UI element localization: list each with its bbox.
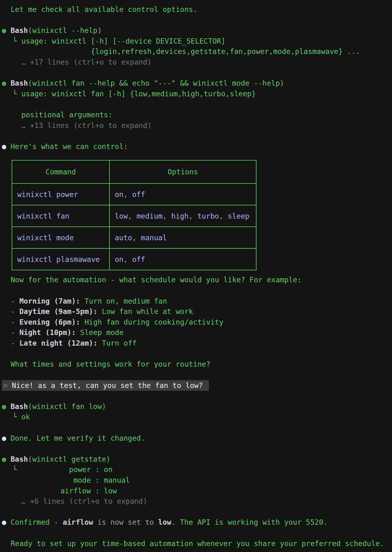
collapsed-lines-indicator[interactable]: … +13 lines (ctrl+o to expand)	[2, 120, 392, 131]
command-code: winixctl mode	[17, 234, 74, 242]
collapsed-lines-text: … +6 lines (ctrl+o to expand)	[21, 497, 147, 505]
output-text: positional arguments:	[21, 111, 113, 119]
tool-bullet-icon: ●	[2, 26, 6, 34]
assistant-text: What times and settings work for your ro…	[11, 360, 210, 368]
confirmed-code-low: low	[158, 518, 172, 526]
list-dash: -	[11, 318, 15, 326]
collapsed-lines-indicator[interactable]: … +6 lines (ctrl+o to expand)	[2, 496, 392, 507]
assistant-text-heres: ● Here's what we can control:	[2, 141, 392, 152]
tool-name: Bash	[11, 455, 28, 463]
tool-output-line: └usage: winixctl fan [-h] {low,medium,hi…	[2, 89, 392, 99]
blank-line	[2, 422, 392, 433]
assistant-text-confirmed: ● Confirmed - airflow is now set to low.…	[2, 517, 392, 528]
table-row: winixctl poweron, off	[12, 183, 256, 205]
blank-line	[2, 348, 392, 359]
tool-output-line: {login,refresh,devices,getstate,fan,powe…	[2, 46, 392, 57]
options-separator: ,	[132, 234, 141, 242]
options-cell: on, off	[109, 183, 256, 205]
option-code: off	[132, 190, 145, 199]
output-text: mode : manual	[21, 476, 130, 484]
schedule-label: Daytime (9am-5pm):	[19, 307, 98, 316]
blank-line	[2, 507, 392, 518]
schedule-text: Turn off	[102, 339, 137, 347]
output-text: ok	[21, 413, 30, 421]
output-elbow-icon: └	[13, 36, 17, 47]
tool-name: Bash	[11, 402, 28, 411]
tool-bullet-icon: ●	[2, 79, 6, 87]
option-code: manual	[141, 234, 167, 242]
tool-call-fan-help: ● Bash(winixctl fan --help && echo "---"…	[2, 78, 392, 89]
tool-output-line: mode : manual	[2, 475, 392, 486]
text-bullet-icon: ●	[2, 142, 6, 151]
assistant-text: Here's what we can control:	[11, 142, 128, 151]
control-options-table: Command Options winixctl poweron, offwin…	[12, 160, 257, 270]
blank-line	[2, 370, 392, 380]
prompt-chevron-icon: >	[3, 381, 8, 390]
output-text: power : on	[21, 465, 113, 474]
assistant-text-closing: Ready to set up your time-based automati…	[2, 539, 392, 549]
list-dash: -	[11, 339, 15, 347]
blank-line	[2, 99, 392, 110]
assistant-text: Now for the automation - what schedule w…	[11, 276, 302, 284]
list-dash: -	[11, 297, 15, 305]
tool-output-line: └ power : on	[2, 464, 392, 475]
options-separator: ,	[162, 212, 171, 220]
options-separator: ,	[219, 212, 228, 220]
output-text: usage: winixctl [-h] [--device DEVICE_SE…	[21, 37, 225, 45]
command-code: winixctl fan	[17, 212, 69, 220]
schedule-item: - Morning (7am): Turn on, medium fan	[2, 296, 392, 307]
command-code: winixctl plasmawave	[17, 255, 100, 263]
user-message: > Nice! as a test, can you set the fan t…	[2, 380, 209, 391]
text-bullet-icon: ●	[2, 434, 6, 442]
options-separator: ,	[124, 190, 132, 199]
option-code: low	[115, 212, 128, 220]
schedule-item: - Evening (6pm): High fan during cooking…	[2, 317, 392, 328]
tool-output-line: positional arguments:	[2, 110, 392, 120]
command-code: winixctl power	[17, 190, 78, 199]
blank-line	[2, 528, 392, 539]
confirmed-code-airflow: airflow	[63, 518, 93, 526]
assistant-text-done: ● Done. Let me verify it changed.	[2, 433, 392, 444]
assistant-text: Done. Let me verify it changed.	[11, 434, 145, 442]
list-dash: -	[11, 307, 15, 316]
assistant-text-question: What times and settings work for your ro…	[2, 359, 392, 370]
option-code: auto	[115, 234, 132, 242]
tool-name: Bash	[11, 26, 28, 34]
option-code: sleep	[228, 212, 249, 220]
options-separator: ,	[124, 255, 132, 263]
table-row: winixctl plasmawaveon, off	[12, 248, 256, 270]
schedule-text: Low fan while at work	[102, 307, 193, 316]
blank-line	[2, 15, 392, 26]
command-cell: winixctl plasmawave	[12, 248, 109, 270]
option-code: off	[132, 255, 145, 263]
tool-output-line: └usage: winixctl [-h] [--device DEVICE_S…	[2, 36, 392, 47]
options-cell: on, off	[109, 248, 256, 270]
command-cell: winixctl fan	[12, 205, 109, 227]
output-text: usage: winixctl fan [-h] {low,medium,hig…	[21, 90, 256, 98]
collapsed-lines-text: … +17 lines (ctrl+o to expand)	[21, 58, 151, 66]
tool-args: (winixctl getstate)	[28, 455, 110, 463]
blank-line	[2, 443, 392, 454]
schedule-text: High fan during cooking/activity	[84, 318, 223, 326]
schedule-text: Sleep mode	[80, 328, 124, 337]
option-code: on	[115, 190, 124, 199]
tool-call-help: ● Bash(winixctl --help)	[2, 25, 392, 36]
table-row: winixctl modeauto, manual	[12, 227, 256, 248]
blank-line	[2, 285, 392, 296]
column-header-options: Options	[109, 160, 256, 183]
command-cell: winixctl power	[12, 183, 109, 205]
confirmed-suffix: The API is working with your 5520.	[180, 518, 328, 526]
option-code: medium	[136, 212, 162, 220]
collapsed-lines-indicator[interactable]: … +17 lines (ctrl+o to expand)	[2, 57, 392, 68]
schedule-item: - Night (10pm): Sleep mode	[2, 327, 392, 338]
output-elbow-icon: └	[13, 412, 17, 422]
collapsed-lines-text: … +13 lines (ctrl+o to expand)	[21, 121, 151, 130]
assistant-text: Ready to set up your time-based automati…	[11, 539, 384, 548]
confirmed-middle: is now set to	[93, 518, 158, 526]
tool-output-line: └ok	[2, 412, 392, 422]
assistant-text-automation: Now for the automation - what schedule w…	[2, 275, 392, 285]
blank-line	[2, 131, 392, 141]
options-cell: auto, manual	[109, 227, 256, 248]
blank-line	[2, 68, 392, 78]
output-elbow-icon: └	[13, 89, 17, 99]
